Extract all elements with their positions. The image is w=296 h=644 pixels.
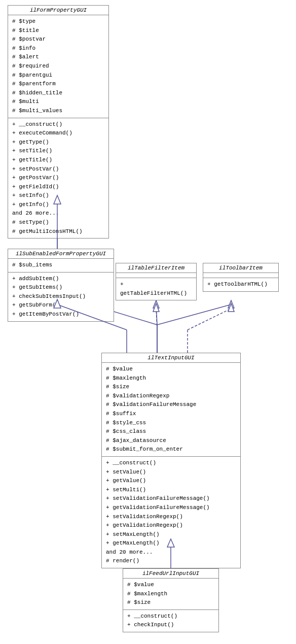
box-methods-ilFormPropertyGUI: + __construct() + executeCommand() + get… — [8, 118, 108, 239]
box-fields-ilFormPropertyGUI: # $type # $title # $postvar # $info # $a… — [8, 15, 108, 118]
box-title-ilToolbarItem: ilToolbarItem — [203, 263, 278, 273]
box-empty-ilTableFilterItem — [116, 273, 196, 278]
box-title-ilTableFilterItem: ilTableFilterItem — [116, 263, 196, 273]
box-methods-ilToolbarItem: + getToolbarHTML() — [203, 278, 278, 291]
box-methods-ilTextInputGUI: + __construct() + setValue() + getValue(… — [102, 457, 240, 568]
box-ilSubEnabledFormPropertyGUI: ilSubEnabledFormPropertyGUI # $sub_items… — [8, 249, 114, 322]
box-ilFeedUrlInputGUI: ilFeedUrlInputGUI # $value # $maxlength … — [123, 568, 219, 632]
diagram-container: ilFormPropertyGUI # $type # $title # $po… — [0, 0, 296, 644]
svg-marker-8 — [153, 300, 159, 308]
box-ilTableFilterItem: ilTableFilterItem + getTableFilterHTML() — [116, 263, 197, 300]
box-methods-ilSubEnabledFormPropertyGUI: + addSubItem() + getSubItems() + checkSu… — [8, 273, 114, 321]
box-title-ilFeedUrlInputGUI: ilFeedUrlInputGUI — [123, 569, 218, 579]
svg-marker-21 — [153, 303, 159, 312]
box-methods-ilTableFilterItem: + getTableFilterHTML() — [116, 278, 196, 300]
box-fields-ilTextInputGUI: # $value # $maxlength # $size # $validat… — [102, 363, 240, 457]
box-ilToolbarItem: ilToolbarItem + getToolbarHTML() — [203, 263, 279, 292]
svg-line-20 — [156, 309, 157, 330]
box-fields-ilSubEnabledFormPropertyGUI: # $sub_items — [8, 259, 114, 273]
box-title-ilFormPropertyGUI: ilFormPropertyGUI — [8, 6, 108, 15]
box-fields-ilFeedUrlInputGUI: # $value # $maxlength # $size — [123, 579, 218, 610]
svg-marker-11 — [228, 300, 234, 308]
box-empty-ilToolbarItem — [203, 273, 278, 278]
svg-marker-24 — [228, 303, 234, 312]
box-title-ilSubEnabledFormPropertyGUI: ilSubEnabledFormPropertyGUI — [8, 249, 114, 259]
svg-line-10 — [157, 304, 231, 325]
box-title-ilTextInputGUI: ilTextInputGUI — [102, 353, 240, 363]
box-ilTextInputGUI: ilTextInputGUI # $value # $maxlength # $… — [101, 353, 241, 568]
box-methods-ilFeedUrlInputGUI: + __construct() + checkInput() — [123, 610, 218, 632]
svg-line-23 — [188, 309, 231, 330]
box-ilFormPropertyGUI: ilFormPropertyGUI # $type # $title # $po… — [8, 5, 109, 239]
svg-line-7 — [156, 304, 157, 325]
